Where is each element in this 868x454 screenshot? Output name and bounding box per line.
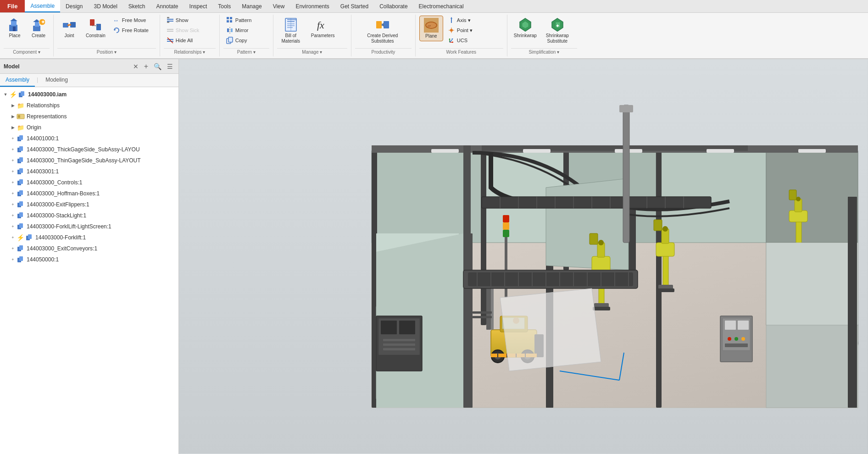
hide-all-button[interactable]: Hide All: [164, 36, 210, 45]
place-button[interactable]: Place: [4, 16, 26, 40]
expand-icon: ▶: [9, 124, 17, 131]
svg-rect-184: [798, 149, 826, 153]
ucs-button[interactable]: UCS: [445, 36, 491, 45]
svg-rect-173: [383, 339, 415, 341]
svg-rect-149: [656, 243, 674, 256]
comp-icon: [17, 200, 25, 209]
tree-item-comp1[interactable]: + 144001000:1: [0, 133, 178, 144]
menu-getstarted[interactable]: Get Started: [335, 0, 374, 12]
tree-item-comp6[interactable]: + 144003000_Hoffman-Boxes:1: [0, 188, 178, 199]
menu-annotate[interactable]: Annotate: [151, 0, 184, 12]
tab-modeling[interactable]: Modeling: [40, 74, 73, 87]
file-menu[interactable]: File: [0, 0, 25, 12]
svg-rect-15: [96, 24, 101, 30]
menu-manage[interactable]: Manage: [236, 0, 267, 12]
joint-icon: [62, 17, 77, 32]
create-derived-substitutes-button[interactable]: Create Derived Substitutes: [355, 16, 410, 46]
shrinkwrap-substitute-button[interactable]: ✦ Shrinkwrap Substitute: [543, 16, 572, 46]
menu-view[interactable]: View: [267, 0, 290, 12]
pattern-button[interactable]: Pattern: [223, 16, 269, 25]
simplification-group-label[interactable]: Simplification ▾: [511, 48, 577, 55]
tree-item-comp9[interactable]: + 144003000-ForklLift-LightScreen:1: [0, 221, 178, 232]
menu-sketch[interactable]: Sketch: [123, 0, 151, 12]
menu-inspect[interactable]: Inspect: [184, 0, 213, 12]
tree-item-origin[interactable]: ▶ 📁 Origin: [0, 122, 178, 133]
mirror-button[interactable]: Mirror: [223, 26, 269, 35]
tree-item-root[interactable]: ▼ ⚡ 144003000.iam: [0, 89, 178, 100]
svg-rect-168: [725, 343, 748, 347]
tree-item-comp2[interactable]: + 144003000_ThickGageSide_SubAssy-LAYOU: [0, 144, 178, 155]
svg-rect-158: [789, 190, 796, 200]
menu-assemble[interactable]: Assemble: [25, 0, 60, 12]
menu-electromechanical[interactable]: Electromechanical: [413, 0, 469, 12]
menu-environments[interactable]: Environments: [290, 0, 334, 12]
menu-design[interactable]: Design: [60, 0, 88, 12]
svg-rect-82: [19, 179, 23, 184]
pattern-group-label[interactable]: Pattern ▾: [223, 48, 269, 55]
place-label: Place: [9, 33, 20, 39]
tree-item-comp3[interactable]: + 144003000_ThinGageSide_SubAssy-LAYOUT: [0, 155, 178, 166]
menu-collaborate[interactable]: Collaborate: [374, 0, 413, 12]
svg-rect-108: [656, 151, 662, 408]
comp-icon: [17, 222, 25, 231]
create-derived-substitutes-label: Create Derived Substitutes: [367, 33, 398, 44]
comp-icon: [17, 211, 25, 220]
point-label: Point ▾: [457, 28, 473, 33]
svg-rect-164: [738, 321, 749, 330]
tree-item-comp12[interactable]: + 144050000:1: [0, 254, 178, 265]
shrinkwrap-substitute-label: Shrinkwrap Substitute: [546, 33, 569, 44]
svg-rect-72: [18, 115, 20, 118]
point-icon: [448, 27, 455, 34]
show-button[interactable]: Show: [164, 16, 210, 25]
tree-item-comp11[interactable]: + 144003000_ExitConveyors:1: [0, 243, 178, 254]
component-group-label[interactable]: Component ▾: [4, 48, 50, 55]
panel-search-button[interactable]: 🔍: [152, 62, 163, 71]
panel-add-button[interactable]: +: [142, 61, 150, 72]
svg-marker-52: [451, 17, 452, 19]
svg-rect-30: [227, 20, 229, 22]
free-move-button[interactable]: ↔ Free Move: [110, 16, 156, 25]
tree-item-comp8[interactable]: + 144003000-StackLight:1: [0, 210, 178, 221]
tree-item-comp5[interactable]: + 144003000_Controls:1: [0, 177, 178, 188]
svg-rect-148: [663, 252, 668, 288]
parameters-button[interactable]: fx Parameters: [308, 16, 338, 40]
joint-button[interactable]: Joint: [57, 16, 81, 40]
svg-point-12: [67, 24, 69, 26]
svg-rect-80: [19, 168, 23, 173]
manage-group-label[interactable]: Manage ▾: [277, 48, 347, 55]
show-sick-button[interactable]: Show Sick: [164, 26, 210, 35]
tree-comp3-label: 144003000_ThinGageSide_SubAssy-LAYOUT: [27, 157, 141, 164]
bill-of-materials-button[interactable]: Bill of Materials: [277, 16, 305, 46]
create-button[interactable]: ✦ Create: [28, 16, 50, 40]
pattern-label: Pattern: [235, 17, 251, 23]
tree-item-relationships[interactable]: ▶ 📁 Relationships: [0, 100, 178, 111]
svg-rect-26: [167, 41, 173, 42]
viewport[interactable]: [179, 59, 868, 454]
3d-canvas[interactable]: [179, 59, 868, 454]
tree-item-comp10[interactable]: + ⚡ 144003000-Forklift:1: [0, 232, 178, 243]
tree-item-representations[interactable]: ▶ Representations: [0, 111, 178, 122]
axis-button[interactable]: Axis ▾: [445, 16, 491, 25]
menu-3dmodel[interactable]: 3D Model: [88, 0, 122, 12]
svg-rect-119: [463, 145, 471, 283]
menu-tools[interactable]: Tools: [212, 0, 236, 12]
constrain-button[interactable]: Constrain: [83, 16, 108, 40]
position-group-label[interactable]: Position ▾: [57, 48, 156, 55]
point-button[interactable]: Point ▾: [445, 26, 491, 35]
relationships-group-label[interactable]: Relationships ▾: [164, 48, 216, 55]
copy-button[interactable]: Copy: [223, 36, 269, 45]
plane-label: Plane: [425, 33, 437, 39]
panel-menu-button[interactable]: ☰: [165, 62, 175, 71]
shrinkwrap-button[interactable]: Shrinkwrap: [511, 16, 540, 40]
svg-rect-178: [503, 222, 509, 230]
expand-icon: ▼: [2, 91, 9, 98]
tree-item-comp4[interactable]: + 144003001:1: [0, 166, 178, 177]
comp-icon: [25, 233, 33, 242]
plane-button[interactable]: ▱ Plane: [419, 16, 443, 41]
tree-item-comp7[interactable]: + 144003000-ExitFlippers:1: [0, 199, 178, 210]
shrinkwrap-substitute-icon: ✦: [550, 17, 565, 32]
panel-close-button[interactable]: ✕: [131, 62, 140, 71]
free-rotate-button[interactable]: Free Rotate: [110, 26, 156, 35]
tab-assembly[interactable]: Assembly: [0, 74, 35, 87]
svg-rect-179: [503, 230, 509, 237]
